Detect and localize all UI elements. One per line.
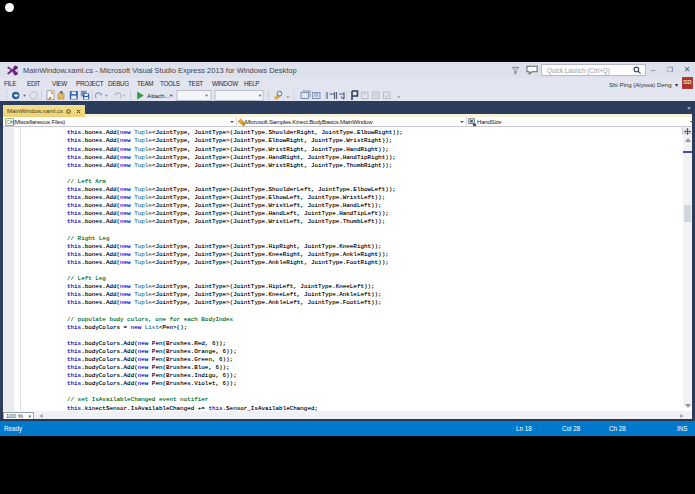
svg-text:Attach...: Attach... — [147, 92, 170, 99]
svg-text:C#: C# — [6, 119, 13, 125]
